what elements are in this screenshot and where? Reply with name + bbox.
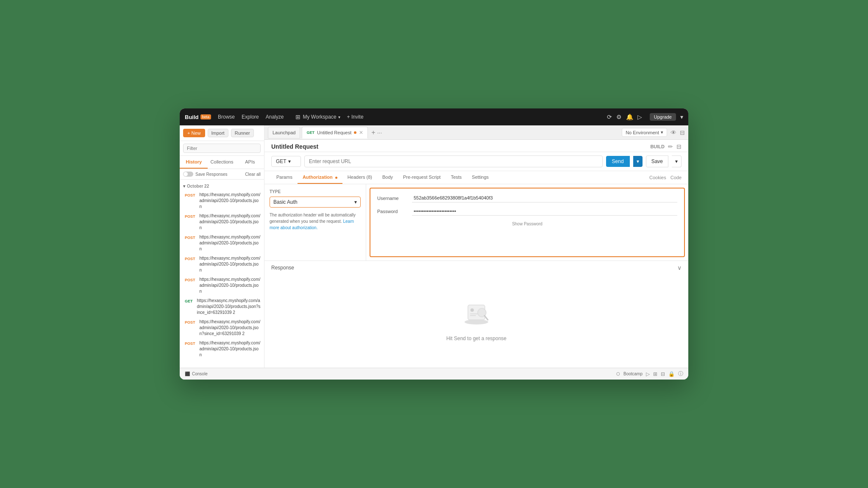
info-icon[interactable]: ⓘ [678,370,683,377]
svg-point-4 [470,308,474,312]
history-item[interactable]: POST https://hexasync.myshopify.com/admi… [180,254,264,275]
history-url: https://hexasync.myshopify.com/admin/api… [200,213,261,231]
grid-icon[interactable]: ⊞ [653,371,657,377]
method-badge-get: GET [183,298,195,304]
svg-rect-5 [470,313,479,314]
runner-button[interactable]: Runner [231,129,254,137]
tab-more-icon[interactable]: ··· [377,129,382,136]
save-responses-toggle[interactable]: Save Responses [183,172,228,177]
sidebar-tab-apis[interactable]: APIs [236,156,264,169]
save-arrow-button[interactable]: ▾ [672,155,682,167]
upgrade-button[interactable]: Upgrade [650,113,676,121]
invite-button[interactable]: + Invite [347,114,364,120]
eye-icon[interactable]: 👁 [670,129,676,136]
bootcamp-label[interactable]: Bootcamp [623,372,643,376]
history-chevron-icon[interactable]: ▾ [183,184,185,189]
history-url: https://hexasync.myshopify.com/admin/api… [197,298,261,316]
sidebar-tab-collections[interactable]: Collections [208,156,236,169]
edit-icon[interactable]: ✏ [668,143,673,150]
code-link[interactable]: Code [670,175,682,180]
tab-untitled-request[interactable]: GET Untitled Request ✕ [302,127,368,139]
toggle-switch[interactable] [183,172,193,177]
launchpad-tab-label: Launchpad [273,130,295,135]
auth-username-field: Username [377,194,677,202]
columns-icon[interactable]: ⊟ [661,371,665,377]
request-tabs: Params Authorization Headers (8) Body Pr… [264,171,688,184]
tab-authorization[interactable]: Authorization [298,171,342,184]
tab-params[interactable]: Params [271,171,298,184]
top-nav: Build beta Browse Explore Analyze ⊞ My W… [180,108,688,125]
auth-type-select[interactable]: Basic Auth ▾ [270,197,361,208]
method-badge-post: POST [183,192,197,198]
console-label[interactable]: Console [192,372,208,376]
send-button[interactable]: Send [606,156,630,167]
response-label: Response [271,265,294,271]
auth-right-panel: Username Password Show Password [370,188,685,257]
method-badge-post: POST [183,341,197,347]
tab-pre-request-script[interactable]: Pre-request Script [398,171,446,184]
send-arrow-button[interactable]: ▾ [633,156,643,167]
auth-left-panel: TYPE Basic Auth ▾ The authorization head… [264,184,366,261]
layout-icon[interactable]: ⊟ [676,143,682,150]
password-input[interactable] [412,207,677,216]
method-select[interactable]: GET ▾ [271,156,301,167]
nav-analyze[interactable]: Analyze [266,114,284,120]
bottom-bar: ⬛ Console ⬡ Bootcamp ▷ ⊞ ⊟ 🔒 ⓘ [180,368,688,380]
tab-body[interactable]: Body [377,171,398,184]
tab-modified-dot [354,131,356,134]
username-label: Username [377,196,407,201]
url-input[interactable] [304,155,603,167]
sync-icon[interactable]: ⟳ [607,114,612,120]
tab-launchpad[interactable]: Launchpad [268,127,300,139]
history-item[interactable]: POST https://hexasync.myshopify.com/admi… [180,338,264,360]
tabs-bar: Launchpad GET Untitled Request ✕ + ··· N… [264,125,688,140]
workspace-icon: ⊞ [295,114,300,120]
history-date-group: ▾ October 22 POST https://hexasync.mysho… [180,181,264,360]
import-button[interactable]: Import [208,129,228,137]
history-item[interactable]: POST https://hexasync.myshopify.com/admi… [180,317,264,338]
auth-password-field: Password [377,207,677,216]
sidebar-actions: Save Responses Clear all [180,169,264,180]
history-url: https://hexasync.myshopify.com/admin/api… [200,234,261,252]
clear-all-button[interactable]: Clear all [245,172,261,177]
sidebar-tab-history[interactable]: History [180,156,208,169]
send-icon[interactable]: ▷ [637,114,642,120]
new-button[interactable]: + New [183,129,205,137]
history-item[interactable]: POST https://hexasync.myshopify.com/admi… [180,211,264,233]
upgrade-arrow-icon[interactable]: ▾ [680,114,683,120]
environment-selector[interactable]: No Environment ▾ [622,128,667,137]
settings-icon[interactable]: ⚙ [616,114,622,120]
workspace-selector[interactable]: ⊞ My Workspace ▾ [295,114,340,120]
nav-explore[interactable]: Explore [242,114,259,120]
lock-icon[interactable]: 🔒 [668,371,675,377]
auth-content: TYPE Basic Auth ▾ The authorization head… [264,184,688,261]
username-input[interactable] [412,194,677,202]
console-icon: ⬛ [185,372,190,376]
method-badge-post: POST [183,235,197,241]
tab-settings[interactable]: Settings [467,171,494,184]
tab-close-icon[interactable]: ✕ [359,130,363,136]
auth-description: The authorization header will be automat… [270,212,361,231]
settings-panel-icon[interactable]: ⊟ [680,129,685,136]
beta-badge: beta [200,114,211,119]
save-responses-label: Save Responses [195,172,228,177]
cookies-link[interactable]: Cookies [649,175,666,180]
bell-icon[interactable]: 🔔 [626,114,633,120]
play-icon[interactable]: ▷ [646,371,650,377]
tab-headers[interactable]: Headers (8) [342,171,377,184]
history-item[interactable]: POST https://hexasync.myshopify.com/admi… [180,275,264,296]
sidebar: + New Import Runner History Collections … [180,125,264,368]
save-button[interactable]: Save [646,155,668,167]
brand-label: Build [185,114,199,120]
tab-add-icon[interactable]: + [371,129,375,136]
history-item[interactable]: POST https://hexasync.myshopify.com/admi… [180,233,264,254]
filter-input[interactable] [183,144,261,153]
history-item[interactable]: GET https://hexasync.myshopify.com/admin… [180,296,264,317]
history-item[interactable]: POST https://hexasync.myshopify.com/admi… [180,190,264,211]
response-expand-icon[interactable]: ∨ [677,264,682,271]
show-password-button[interactable]: Show Password [509,220,546,228]
nav-browse[interactable]: Browse [218,114,235,120]
tab-tests[interactable]: Tests [446,171,467,184]
request-area: Untitled Request BUILD ✏ ⊟ GET ▾ Send ▾ [264,140,688,368]
auth-type-arrow-icon: ▾ [354,199,357,205]
